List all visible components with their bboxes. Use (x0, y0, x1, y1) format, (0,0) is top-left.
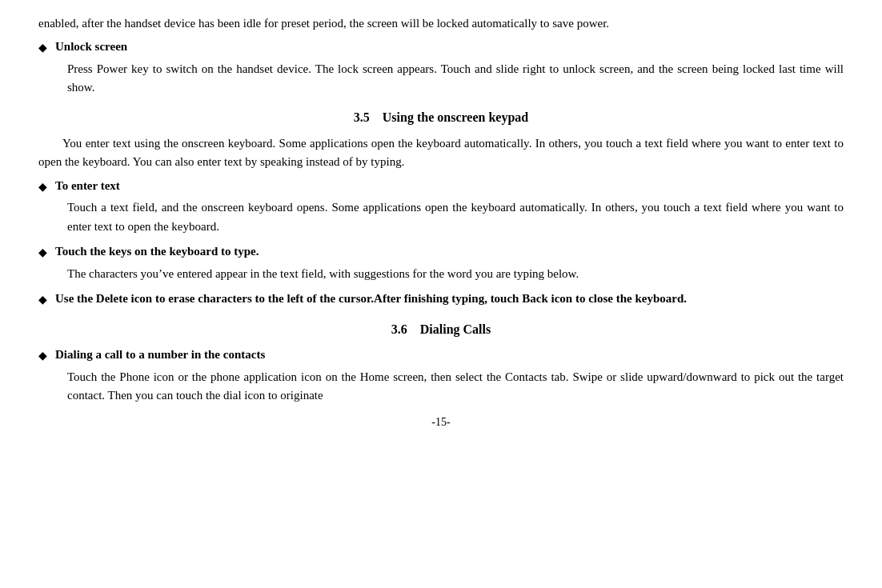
section-3-5-number: 3.5 (354, 110, 370, 124)
diamond-icon: ◆ (38, 39, 47, 57)
bullet-delete-icon: ◆ Use the Delete icon to erase character… (38, 290, 844, 309)
dialing-contacts-body: Touch the Phone icon or the phone applic… (67, 368, 844, 406)
touch-keys-body: The characters you’ve entered appear in … (67, 265, 844, 283)
touch-keys-title: Touch the keys on the keyboard to type. (55, 245, 259, 258)
unlock-screen-title: Unlock screen (55, 40, 127, 53)
diamond-icon-3: ◆ (38, 244, 47, 262)
to-enter-text-title: To enter text (55, 179, 120, 192)
section-3-5-label: Using the onscreen keypad (383, 110, 528, 124)
intro-paragraph: enabled, after the handset device has be… (38, 14, 844, 33)
to-enter-text-body: Touch a text field, and the onscreen key… (67, 198, 844, 236)
bullet-unlock-screen: ◆ Unlock screen Press Power key to switc… (38, 38, 844, 97)
delete-icon-title: Use the Delete icon to erase characters … (55, 292, 687, 305)
onscreen-keypad-intro: You enter text using the onscreen keyboa… (38, 134, 844, 172)
diamond-icon-2: ◆ (38, 178, 47, 196)
unlock-screen-body: Press Power key to switch on the handset… (67, 60, 844, 98)
section-3-5-heading: 3.5Using the onscreen keypad (38, 108, 844, 128)
section-3-6-label: Dialing Calls (420, 322, 491, 336)
diamond-icon-5: ◆ (38, 347, 47, 365)
bullet-dialing-contacts: ◆ Dialing a call to a number in the cont… (38, 346, 844, 405)
section-3-6-heading: 3.6Dialing Calls (38, 320, 844, 340)
bullet-touch-keys: ◆ Touch the keys on the keyboard to type… (38, 242, 844, 283)
diamond-icon-4: ◆ (38, 291, 47, 309)
section-3-6-number: 3.6 (391, 322, 407, 336)
bullet-to-enter-text: ◆ To enter text Touch a text field, and … (38, 177, 844, 236)
dialing-contacts-title: Dialing a call to a number in the contac… (55, 348, 265, 361)
page-number: -15- (38, 414, 844, 431)
